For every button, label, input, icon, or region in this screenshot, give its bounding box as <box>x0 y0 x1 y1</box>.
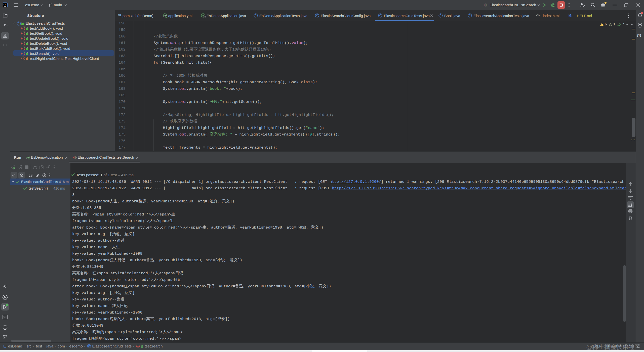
svg-text:C: C <box>440 14 442 17</box>
svg-text:C: C <box>88 345 90 348</box>
svg-text:C: C <box>18 22 20 25</box>
svg-text:f: f <box>23 57 24 60</box>
svg-text:C: C <box>316 14 318 17</box>
svg-text:C: C <box>379 14 381 17</box>
svg-text:C: C <box>469 14 471 17</box>
svg-text:C: C <box>255 14 257 17</box>
